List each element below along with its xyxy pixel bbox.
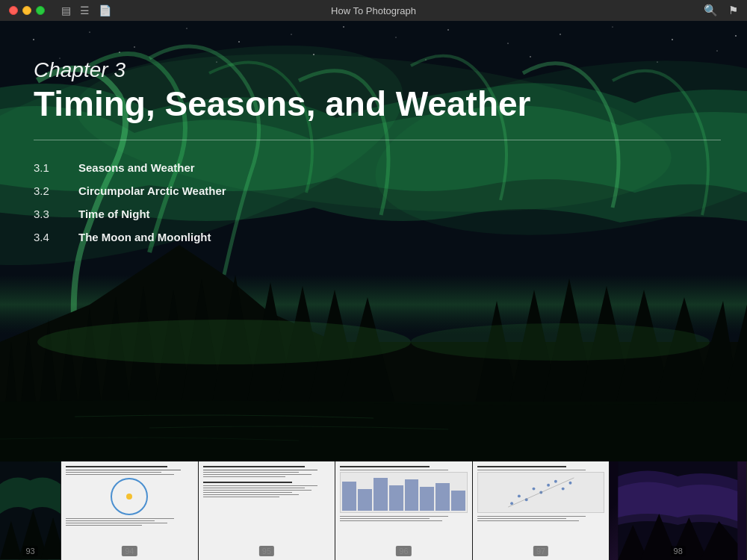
list-item[interactable]: 3.1 Seasons and Weather [34,161,713,174]
svg-point-64 [568,482,571,485]
svg-point-62 [554,480,557,483]
titlebar: ▤ ☰ 📄 How To Photograph 🔍 ⚑ [0,0,747,21]
document-icon[interactable]: 📄 [99,4,111,16]
svg-point-51 [411,323,710,361]
page-number-93: 93 [22,546,37,556]
svg-point-59 [532,488,535,491]
thumbnail-97[interactable]: 97 [473,461,610,560]
svg-point-50 [37,320,411,364]
svg-line-65 [508,478,574,507]
table-of-contents: 3.1 Seasons and Weather 3.2 Circumpolar … [34,161,713,243]
main-content: Chapter 3 Timing, Seasons, and Weather 3… [0,21,747,560]
list-item[interactable]: 3.4 The Moon and Moonlight [34,231,713,243]
svg-point-56 [510,502,513,505]
chapter-overlay: Chapter 3 Timing, Seasons, and Weather 3… [0,21,747,284]
toc-label: Circumpolar Arctic Weather [78,184,226,197]
thumbnail-96[interactable]: 96 [335,461,473,560]
toc-number: 3.1 [34,161,78,174]
page-number-97: 97 [533,546,548,556]
chapter-title: Timing, Seasons, and Weather [34,85,713,123]
toc-number: 3.4 [34,231,78,243]
titlebar-left: ▤ ☰ 📄 [9,4,111,16]
close-button[interactable] [9,6,18,15]
thumbnail-95[interactable]: 95 [199,461,336,560]
toc-label: Seasons and Weather [78,161,195,174]
titlebar-right-icons: 🔍 ⚑ [704,4,738,17]
search-icon[interactable]: 🔍 [704,4,718,17]
toc-number: 3.3 [34,208,78,220]
bookmark-icon[interactable]: ⚑ [728,4,738,17]
list-item[interactable]: 3.2 Circumpolar Arctic Weather [34,184,713,197]
page-number-95: 95 [259,546,274,556]
svg-point-61 [547,484,550,487]
toc-number: 3.2 [34,184,78,197]
page-number-94: 94 [122,546,137,556]
thumbnail-strip: 93 94 [0,461,747,560]
toc-label: The Moon and Moonlight [78,231,211,243]
minimize-button[interactable] [22,6,31,15]
chapter-divider [34,140,721,140]
bookshelf-icon[interactable]: ▤ [61,4,71,16]
chapter-subtitle: Chapter 3 [34,58,713,82]
thumbnail-94[interactable]: 94 [61,461,199,560]
page-number-98: 98 [671,546,686,556]
thumbnail-98[interactable]: 98 [610,461,747,560]
maximize-button[interactable] [36,6,45,15]
toc-label: Time of Night [78,208,150,220]
svg-point-57 [518,494,521,497]
titlebar-tool-icons: ▤ ☰ 📄 [61,4,111,16]
list-icon[interactable]: ☰ [80,4,90,16]
list-item[interactable]: 3.3 Time of Night [34,208,713,220]
page-number-96: 96 [396,546,411,556]
thumbnail-93[interactable]: 93 [0,461,61,560]
window-title: How To Photograph [331,5,416,16]
svg-point-63 [562,488,565,491]
svg-point-58 [525,498,528,501]
